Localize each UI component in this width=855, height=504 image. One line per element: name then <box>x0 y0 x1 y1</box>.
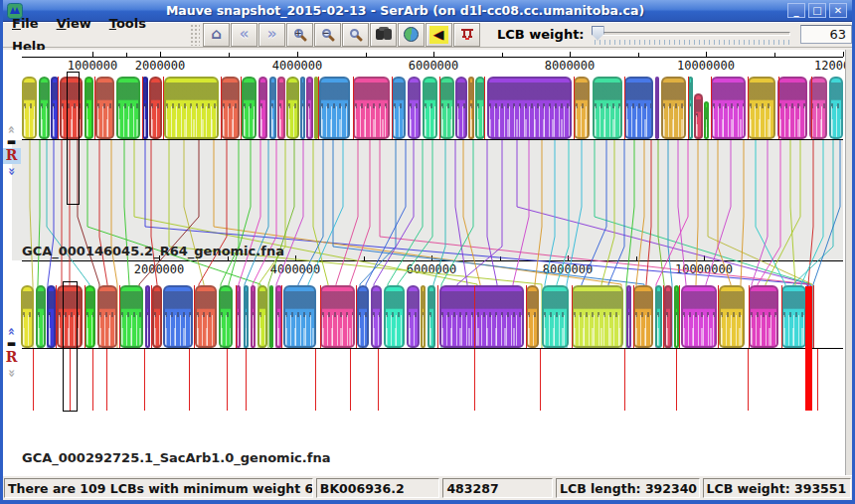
slider-thumb[interactable] <box>592 26 604 41</box>
lcb-block[interactable] <box>421 285 426 348</box>
lcb-block[interactable] <box>829 77 843 139</box>
lcb-block[interactable] <box>392 77 406 139</box>
lcb-block[interactable] <box>283 285 316 348</box>
lcb-block[interactable] <box>423 77 437 139</box>
close-button[interactable]: ✕ <box>829 3 847 18</box>
lcb-weight-input[interactable]: 63 <box>800 25 852 44</box>
genome2-move-down-icon[interactable]: » <box>4 364 19 383</box>
lcb-block[interactable] <box>195 285 217 348</box>
lcb-block[interactable] <box>371 285 382 348</box>
zoom-in-button[interactable]: + <box>286 23 313 47</box>
menu-tools[interactable]: Tools <box>100 12 155 35</box>
lcb-block[interactable] <box>152 285 162 348</box>
lcb-block[interactable] <box>439 77 454 139</box>
lcb-weight-slider[interactable] <box>589 24 792 46</box>
slider-track[interactable] <box>593 32 790 36</box>
zoom-out-button[interactable]: − <box>314 23 341 47</box>
lcb-block[interactable] <box>221 77 240 139</box>
back-button[interactable]: « <box>231 23 257 47</box>
lcb-block[interactable] <box>164 77 219 139</box>
genome1-move-down-icon[interactable]: » <box>4 162 19 181</box>
lcb-block[interactable] <box>719 285 745 348</box>
find-feature-button[interactable] <box>370 23 397 47</box>
lcb-block[interactable] <box>300 77 305 139</box>
color-scheme-button[interactable] <box>398 23 425 47</box>
lcb-block[interactable] <box>320 285 355 348</box>
genome1-move-up-icon[interactable]: » <box>4 120 19 139</box>
lcb-block[interactable] <box>626 285 631 348</box>
lcb-block[interactable] <box>39 77 50 139</box>
lcb-block[interactable] <box>277 77 285 139</box>
lcb-block[interactable] <box>353 77 390 139</box>
lcb-block[interactable] <box>269 77 276 139</box>
lcb-block[interactable] <box>244 285 249 348</box>
genome1-label: GCA_000146045.2_R64_genomic.fna <box>22 244 284 258</box>
contig-boundary-line <box>151 285 152 348</box>
lcb-block[interactable] <box>145 285 150 348</box>
lcb-block[interactable] <box>572 285 623 348</box>
lcb-block[interactable] <box>95 77 114 139</box>
lcb-block[interactable] <box>306 77 313 139</box>
lcb-block[interactable] <box>542 285 569 348</box>
forward-button[interactable]: » <box>258 23 285 47</box>
lcb-block[interactable] <box>661 77 686 139</box>
binoculars-icon <box>376 29 384 40</box>
lcb-block[interactable] <box>664 285 672 348</box>
lcb-block[interactable] <box>694 93 703 139</box>
lcb-block[interactable] <box>748 77 775 139</box>
lcb-block[interactable] <box>655 285 662 348</box>
lcb-block[interactable] <box>357 285 369 348</box>
lcb-block[interactable] <box>251 285 256 348</box>
lcb-block[interactable] <box>97 285 117 348</box>
lcb-block[interactable] <box>22 77 37 139</box>
lcb-block[interactable] <box>319 77 350 139</box>
right-scroll-strip[interactable] <box>845 50 852 475</box>
lcb-block[interactable] <box>593 77 622 139</box>
lcb-block[interactable] <box>468 77 474 139</box>
menu-view[interactable]: View <box>48 12 100 35</box>
lcb-block[interactable] <box>704 101 709 139</box>
home-button[interactable]: ⌂ <box>203 23 230 47</box>
lcb-weight-tool-button[interactable] <box>453 23 480 47</box>
lcb-block[interactable] <box>408 77 421 139</box>
lcb-block[interactable] <box>242 77 256 139</box>
maximize-button[interactable]: □ <box>808 3 826 18</box>
lcb-block[interactable] <box>624 77 653 139</box>
lcb-block[interactable] <box>711 77 746 139</box>
lcb-block[interactable] <box>258 77 267 139</box>
lcb-block[interactable] <box>407 285 420 348</box>
lcb-block[interactable] <box>119 285 143 348</box>
lcb-block[interactable] <box>574 77 590 139</box>
minimize-button[interactable]: _ <box>787 3 805 18</box>
lcb-block[interactable] <box>85 285 95 348</box>
mauve-realign-button[interactable]: ◀ <box>426 23 452 47</box>
lcb-block[interactable] <box>749 285 778 348</box>
lcb-block[interactable] <box>163 285 193 348</box>
lcb-block[interactable] <box>286 77 299 139</box>
lcb-block[interactable] <box>439 285 524 348</box>
zoom-tool-button[interactable] <box>342 23 369 47</box>
lcb-block[interactable] <box>36 285 46 348</box>
menu-file[interactable]: File <box>3 12 48 35</box>
zoom-out-icon: − <box>322 29 331 38</box>
lcb-block[interactable] <box>85 77 93 139</box>
lcb-block[interactable] <box>47 285 56 348</box>
lcb-block[interactable] <box>487 77 572 139</box>
lcb-block[interactable] <box>257 285 267 348</box>
toolbar-drag-handle[interactable] <box>190 24 200 46</box>
lcb-block[interactable] <box>219 285 233 348</box>
lcb-block[interactable] <box>455 77 467 139</box>
lcb-block[interactable] <box>149 77 162 139</box>
lcb-block[interactable] <box>116 77 140 139</box>
lcb-block[interactable] <box>781 285 806 348</box>
lcb-block[interactable] <box>269 285 273 348</box>
lcb-block[interactable] <box>384 285 405 348</box>
lcb-block[interactable] <box>633 285 653 348</box>
lcb-block[interactable] <box>655 77 659 139</box>
lcb-block[interactable] <box>21 285 34 348</box>
genome2-move-up-icon[interactable]: » <box>4 322 19 341</box>
lcb-block[interactable] <box>681 285 717 348</box>
lcb-block[interactable] <box>526 285 539 348</box>
lcb-block[interactable] <box>428 285 435 348</box>
lcb-block[interactable] <box>777 77 807 139</box>
